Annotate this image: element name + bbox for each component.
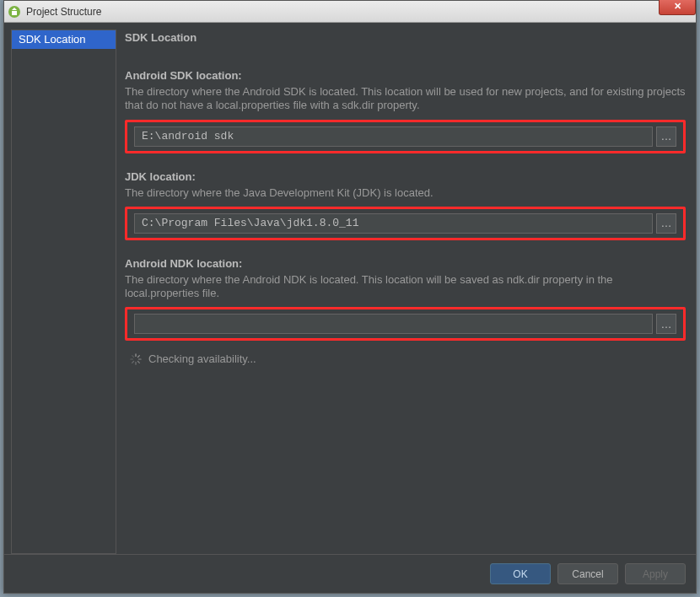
page-title: SDK Location [125,31,686,44]
svg-line-3 [137,355,139,357]
svg-line-7 [132,361,134,363]
svg-line-5 [137,361,139,363]
svg-line-9 [132,355,134,357]
ndk-label: Android NDK location: [125,257,686,270]
sdk-browse-button[interactable]: … [656,126,676,147]
ndk-path-row: … [125,307,686,341]
ndk-desc: The directory where the Android NDK is l… [125,273,686,301]
sidebar-item-label: SDK Location [19,33,86,46]
ellipsis-icon: … [661,318,672,331]
svg-rect-1 [12,11,17,15]
app-icon [8,5,21,19]
close-icon: ✕ [674,1,681,12]
status-text: Checking availability... [148,352,256,365]
ellipsis-icon: … [661,217,672,229]
sdk-label: Android SDK location: [125,69,686,82]
ellipsis-icon: … [661,130,672,143]
status-row: Checking availability... [125,352,686,365]
sidebar-item-sdk-location[interactable]: SDK Location [12,30,116,49]
footer: OK Cancel Apply [4,554,696,593]
main-panel: SDK Location Android SDK location: The d… [125,30,689,554]
jdk-desc: The directory where the Java Development… [125,186,686,200]
titlebar: Project Structure ✕ [4,1,696,23]
sdk-path-input[interactable] [134,126,653,147]
cancel-button[interactable]: Cancel [557,563,618,584]
spinner-icon [130,353,142,365]
jdk-label: JDK location: [125,170,686,183]
window-title: Project Structure [26,6,101,18]
jdk-path-row: … [125,207,686,240]
sdk-path-row: … [125,120,686,153]
sidebar: SDK Location [11,30,116,554]
ok-button[interactable]: OK [490,563,551,584]
project-structure-window: Project Structure ✕ SDK Location SDK Loc… [3,0,697,594]
ndk-path-input[interactable] [134,314,653,334]
apply-button[interactable]: Apply [625,563,686,584]
jdk-browse-button[interactable]: … [656,213,676,234]
jdk-path-input[interactable] [134,213,653,234]
content-area: SDK Location SDK Location Android SDK lo… [4,23,696,554]
ndk-browse-button[interactable]: … [656,314,676,334]
sdk-desc: The directory where the Android SDK is l… [125,85,686,113]
close-button[interactable]: ✕ [659,0,696,15]
